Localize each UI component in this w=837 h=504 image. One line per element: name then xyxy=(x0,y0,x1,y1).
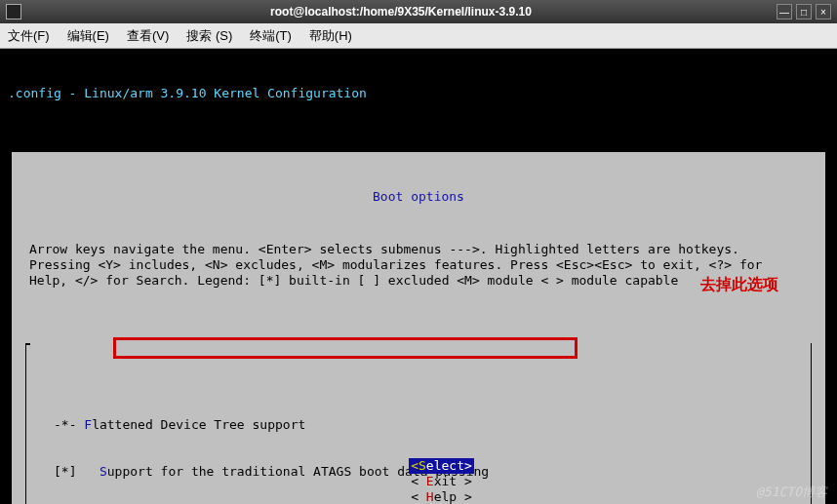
maximize-button[interactable]: □ xyxy=(796,4,812,19)
terminal[interactable]: .config - Linux/arm 3.9.10 Kernel Config… xyxy=(0,49,837,504)
menuconfig-dialog: Boot options Arrow keys navigate the men… xyxy=(12,152,825,504)
menu-view[interactable]: 查看(V) xyxy=(127,27,169,45)
exit-button[interactable]: < Exit > xyxy=(411,474,472,489)
option-flattened-dt[interactable]: -*- Flattened Device Tree support xyxy=(54,417,801,433)
annotation-box xyxy=(113,337,578,359)
menu-search[interactable]: 搜索 (S) xyxy=(186,27,232,45)
menu-edit[interactable]: 编辑(E) xyxy=(67,27,109,45)
window-icon xyxy=(6,4,21,19)
select-button[interactable]: <Select> xyxy=(409,458,474,474)
menu-file[interactable]: 文件(F) xyxy=(8,27,50,45)
menu-help[interactable]: 帮助(H) xyxy=(309,27,352,45)
window-title: root@localhost:/home/9X35/Kernel/linux-3… xyxy=(29,5,773,19)
help-button[interactable]: < Help > xyxy=(411,489,472,504)
annotation-text: 去掉此选项 xyxy=(700,277,778,292)
config-header: .config - Linux/arm 3.9.10 Kernel Config… xyxy=(8,86,829,101)
close-button[interactable]: × xyxy=(816,4,831,19)
dialog-title: Boot options xyxy=(12,183,825,205)
minimize-button[interactable]: — xyxy=(777,4,792,19)
menu-terminal[interactable]: 终端(T) xyxy=(250,27,292,45)
dialog-buttons: <Select> < Exit > < Help > < Save > < Lo… xyxy=(12,443,825,504)
menubar: 文件(F) 编辑(E) 查看(V) 搜索 (S) 终端(T) 帮助(H) xyxy=(0,23,837,49)
watermark: @51CTO博客 xyxy=(756,485,827,500)
window-titlebar: root@localhost:/home/9X35/Kernel/linux-3… xyxy=(0,0,837,23)
